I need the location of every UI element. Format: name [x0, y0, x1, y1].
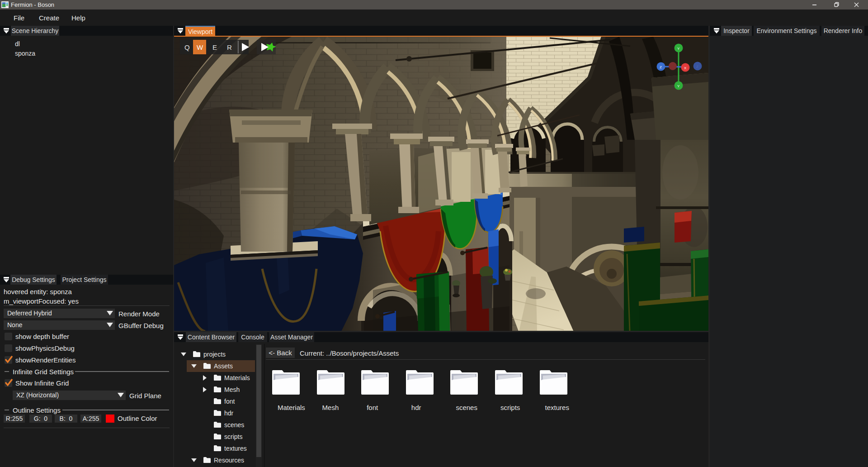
svg-text:R: R [227, 43, 232, 51]
svg-text:X: X [684, 66, 687, 70]
svg-text:Z: Z [696, 65, 698, 69]
svg-text:E: E [212, 43, 217, 51]
svg-text:Y: Y [677, 84, 680, 88]
svg-text:W: W [197, 43, 203, 51]
svg-text:Y: Y [677, 47, 680, 51]
svg-text:Q: Q [184, 43, 190, 51]
svg-text:Z: Z [660, 65, 662, 69]
